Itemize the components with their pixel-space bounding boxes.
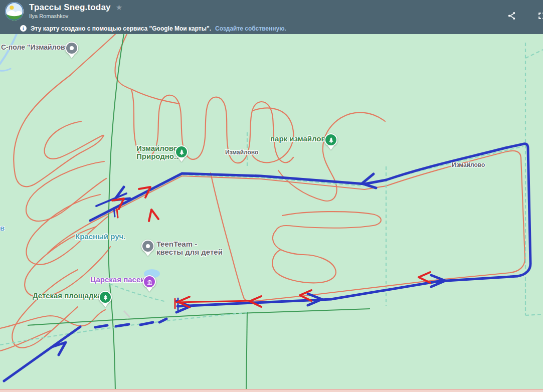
pin-tail	[145, 252, 151, 256]
fullscreen-icon[interactable]	[537, 11, 543, 21]
share-icon[interactable]	[507, 11, 516, 21]
pin-tail	[178, 158, 185, 162]
teenteam-pin[interactable]	[141, 240, 154, 258]
tree-icon	[175, 145, 188, 158]
krasny-ruchey-label: Красный руч.	[75, 233, 125, 241]
info-text: Эту карту создано с помощью сервиса "Goo…	[31, 25, 211, 32]
map-logo	[5, 2, 24, 21]
poi-dot-icon	[65, 42, 78, 55]
detskaya-ploshchadka-label: Детская площадка	[33, 292, 101, 300]
pin-tail	[69, 54, 75, 58]
park-izmailovo-pin[interactable]	[324, 133, 337, 151]
star-icon[interactable]: ★	[116, 3, 122, 12]
park-izmailovo-label: парк измайлово	[270, 135, 330, 143]
detskaya-ploshchadka-pin[interactable]	[99, 291, 112, 309]
water-label-partial-label: в	[0, 224, 5, 232]
s-pole-izmailovo-pin[interactable]	[65, 42, 78, 60]
tree-icon	[99, 291, 112, 304]
poi-dot-icon	[141, 240, 154, 253]
map-canvas[interactable]: С-поле "Измайлово"Измайлово Природно...И…	[0, 0, 543, 392]
pin-tail	[102, 303, 108, 307]
my-maps-embed: С-поле "Измайлово"Измайлово Природно...И…	[0, 0, 543, 392]
tsarskaya-paseka-label: Царская пасека	[90, 276, 148, 284]
info-icon: i	[20, 25, 27, 32]
road-strip	[0, 389, 543, 392]
create-own-map-link[interactable]: Создайте собственную.	[215, 25, 286, 32]
map-header: Трассы Sneg.today ★ Ilya Romashkov i Эту…	[0, 0, 543, 34]
map-author: Ilya Romashkov	[29, 13, 122, 19]
pin-tail	[328, 146, 334, 150]
teenteam-label: TeenTeam - квесты для детей	[156, 240, 223, 256]
museum-icon	[143, 275, 156, 288]
izmailovo-prirodno-label: Измайлово Природно...	[136, 144, 180, 160]
izmailovo-district-1-label: Измайлово	[225, 149, 258, 156]
s-pole-izmailovo-label: С-поле "Измайлово"	[1, 44, 73, 51]
izmailovo-prirodno-pin[interactable]	[175, 145, 188, 163]
page-title: Трассы Sneg.today	[29, 3, 111, 13]
tsarskaya-paseka-pin[interactable]	[143, 275, 156, 293]
tree-icon	[324, 133, 337, 146]
map-drawing	[0, 0, 543, 392]
pin-tail	[146, 288, 152, 292]
snow-hill-logo-icon	[5, 2, 24, 21]
izmailovo-district-2-label: Измайлово	[452, 162, 485, 168]
info-bar: i Эту карту создано с помощью сервиса "G…	[0, 23, 543, 34]
map-background	[0, 0, 543, 392]
